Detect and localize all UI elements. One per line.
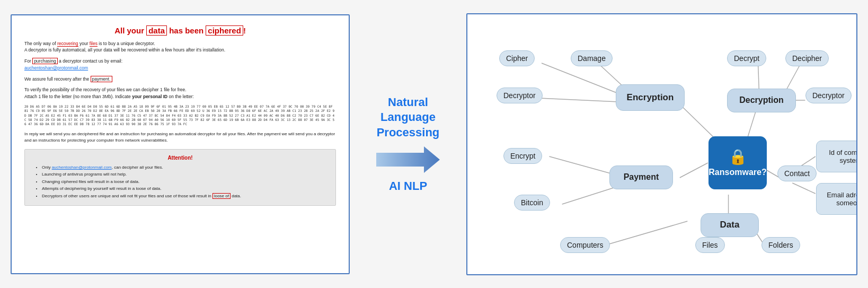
node-decryptor-right: Decryptor: [805, 88, 852, 103]
main-container: All your data has been ciphered! The onl…: [11, 13, 857, 275]
attention-box: Attention! Only auchentoshan@protonmail.…: [24, 149, 336, 206]
bitcoin-label: Bitcoin: [521, 198, 543, 207]
node-encrypt: Encrypt: [503, 148, 542, 164]
folders-label: Folders: [768, 241, 793, 249]
node-decipher: Decipher: [785, 50, 829, 66]
files-highlight: files: [90, 41, 98, 47]
node-email-addr: Email adress of someone: [816, 183, 857, 215]
svg-marker-0: [376, 146, 440, 173]
node-encryption: Encryption: [616, 84, 685, 111]
svg-line-10: [680, 163, 708, 178]
node-folders: Folders: [761, 237, 800, 253]
node-data: Data: [701, 213, 759, 237]
lock-icon: 🔒: [729, 148, 747, 165]
svg-line-1: [542, 63, 626, 97]
arrow-svg: [376, 146, 440, 173]
recovering-highlight: recovering: [57, 41, 78, 47]
node-cipher: Cipher: [499, 50, 535, 66]
ransom-para-final: In reply we will send you an deciphered …: [24, 131, 336, 144]
cipher-label: Cipher: [506, 54, 528, 63]
arrow-area: NaturalLanguageProcessing AI NLP: [366, 95, 450, 194]
encryption-label: Encryption: [627, 92, 674, 103]
decryptor-left-label: Decryptor: [503, 91, 536, 100]
right-panel: 🔒 Ransomware? Cipher Damage Decrypt Deci…: [466, 13, 857, 275]
decrypt-label: Decrypt: [734, 54, 759, 63]
attention-email: auchentoshan@protonmail.com: [52, 165, 112, 170]
center-node: 🔒 Ransomware?: [708, 136, 767, 189]
attention-item-5: Decryptors of other users are unique and…: [42, 193, 328, 200]
graph-container: 🔒 Ransomware? Cipher Damage Decrypt Deci…: [467, 14, 856, 274]
ransom-title: All your data has been ciphered!: [24, 26, 336, 35]
ransom-body-2: For purchasing a decryptor contact us by…: [24, 58, 336, 72]
center-label: Ransomware?: [708, 168, 766, 177]
node-decryptor-left: Decryptor: [497, 88, 543, 103]
payment-highlight: payment.: [91, 76, 112, 82]
attention-list: Only auchentoshan@protonmail.com, can de…: [32, 164, 328, 200]
svg-line-16: [606, 221, 688, 245]
contact-label: Contact: [784, 169, 810, 178]
node-damage: Damage: [571, 50, 613, 66]
node-bitcoin: Bitcoin: [514, 195, 550, 211]
node-id-company: Id of company system: [816, 141, 857, 172]
svg-line-13: [792, 183, 815, 194]
node-decrypt: Decrypt: [727, 50, 766, 66]
ransom-body-3: We assure full recovery after the paymen…: [24, 76, 336, 83]
node-payment: Payment: [609, 165, 673, 189]
data-highlight: data: [146, 25, 167, 36]
attention-item-4: Attempts of deciphering by yourself will…: [42, 185, 328, 193]
files-label: Files: [702, 241, 718, 249]
id-company-label: Id of company system: [823, 149, 857, 164]
node-computers: Computers: [560, 237, 610, 253]
ciphered-highlight: ciphered: [206, 25, 243, 36]
attention-title: Attention!: [32, 155, 328, 161]
decryption-label: Decryption: [739, 95, 784, 105]
hex-block: 20 D6 A5 D7 06 8A 19 22 33 84 6E D4 D0 5…: [24, 104, 336, 127]
node-decryption: Decryption: [727, 89, 796, 112]
data-label: Data: [720, 220, 740, 230]
encrypt-label: Encrypt: [510, 152, 535, 160]
decryptor-right-label: Decryptor: [812, 91, 845, 100]
email-link-1: auchentoshan@protonmail.com: [24, 65, 88, 71]
loose-highlight: loose of: [212, 193, 231, 199]
purchasing-highlight: purchasing: [32, 58, 58, 64]
ai-nlp-label: AI NLP: [389, 179, 427, 193]
email-addr-label: Email adress of someone: [823, 191, 857, 207]
computers-label: Computers: [567, 241, 603, 249]
damage-label: Damage: [578, 54, 606, 63]
attention-item-1: Only auchentoshan@protonmail.com, can de…: [42, 164, 328, 171]
attention-item-3: Changing ciphered files will result in a…: [42, 178, 328, 186]
node-contact: Contact: [777, 165, 817, 181]
payment-label: Payment: [624, 172, 659, 182]
nlp-label: NaturalLanguageProcessing: [377, 95, 440, 141]
svg-line-3: [539, 98, 618, 102]
attention-item-2: Launching of antivirus programs will not…: [42, 171, 328, 178]
decipher-label: Decipher: [792, 54, 822, 63]
ransom-body-4: To verify the possibility of the recover…: [24, 86, 336, 100]
left-panel: All your data has been ciphered! The onl…: [11, 14, 350, 274]
ransom-body-1: The only way of recovering your files is…: [24, 40, 336, 54]
node-files: Files: [695, 237, 725, 253]
